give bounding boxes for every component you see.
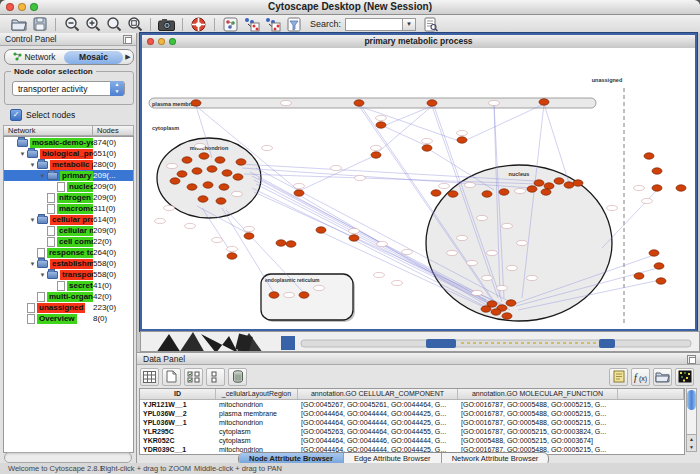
network-tree-item[interactable]: nucleobase-209(0) [4, 181, 133, 192]
network-tree-item[interactable]: multi-organism pro42(0) [4, 291, 133, 302]
network-tree-item[interactable]: ▼biological_process651(0) [4, 148, 133, 159]
table-scrollbar-thumb[interactable] [687, 390, 696, 410]
table-row[interactable]: YPL036W__2plasma membrane[GO:0044464, GO… [140, 409, 684, 418]
graph-node[interactable] [634, 273, 644, 279]
network-window-titlebar[interactable]: primary metabolic process [142, 35, 695, 49]
expand-arrow-icon[interactable]: ▼ [38, 272, 47, 278]
attribute-editor-icon[interactable] [609, 368, 628, 386]
network-tree-item[interactable]: ▼primary metabo209(... [4, 170, 133, 181]
search-input[interactable] [345, 18, 403, 31]
tabs-overflow-icon[interactable]: ▶ [123, 53, 133, 61]
graph-node[interactable] [215, 157, 225, 163]
network-tree-item[interactable]: ▼cellular process614(0) [4, 214, 133, 225]
graph-node[interactable] [422, 145, 432, 151]
table-row[interactable]: YPL036W__1mitochondrion[GO:0044464, GO:0… [140, 418, 684, 427]
graph-node[interactable] [649, 250, 659, 256]
network-tree-item[interactable]: secretion41(0) [4, 280, 133, 291]
filter-icon[interactable] [283, 16, 304, 33]
graph-node[interactable] [354, 100, 364, 106]
graph-node[interactable] [656, 278, 666, 284]
graph-node[interactable] [207, 166, 217, 172]
graph-node[interactable] [170, 178, 180, 184]
graph-node[interactable] [482, 191, 492, 197]
network-tree-item[interactable]: unassigned223(0) [4, 302, 133, 313]
graph-node[interactable] [502, 313, 512, 319]
graph-node[interactable] [294, 190, 304, 196]
float-data-panel-icon[interactable] [687, 355, 696, 364]
attribute-select-icon[interactable] [140, 368, 159, 386]
graph-node[interactable] [199, 153, 209, 159]
help-icon[interactable] [188, 16, 209, 33]
graph-node[interactable] [276, 240, 286, 246]
column-header[interactable]: annotation.GO CELLULAR_COMPONENT [298, 389, 458, 399]
graph-node[interactable] [539, 99, 549, 105]
function-builder-icon[interactable]: f(x) [631, 368, 650, 386]
graph-node[interactable] [203, 182, 213, 188]
graph-node[interactable] [316, 227, 326, 233]
graph-node[interactable] [198, 196, 208, 202]
graph-node[interactable] [652, 168, 662, 174]
graph-node[interactable] [491, 309, 501, 315]
tab-mosaic[interactable]: Mosaic [64, 51, 123, 64]
column-header[interactable]: _cellularLayoutRegion [216, 389, 298, 399]
graph-node[interactable] [219, 184, 229, 190]
table-row[interactable]: YJR121W__1mitochondrion[GO:0045267, GO:0… [140, 400, 684, 409]
graph-node[interactable] [573, 180, 583, 186]
graph-node[interactable] [654, 263, 664, 269]
create-network-view-icon[interactable] [241, 16, 262, 33]
delete-attribute-icon[interactable] [228, 368, 247, 386]
network-tree-item[interactable]: cellular metabo209(0) [4, 225, 133, 236]
zoom-in-icon[interactable] [82, 16, 103, 33]
graph-node[interactable] [233, 174, 243, 180]
graph-node[interactable] [499, 189, 509, 195]
table-scrollbar[interactable]: ▲▼ [686, 388, 697, 452]
graph-node[interactable] [371, 152, 381, 158]
tab-network[interactable]: Network [5, 51, 64, 64]
graph-node[interactable] [527, 186, 537, 192]
node-color-dropdown[interactable]: transporter activity ▲▼ [12, 81, 125, 96]
select-nodes-checkbox[interactable]: ✓ [10, 109, 22, 121]
vizmapper-icon[interactable] [220, 16, 241, 33]
graph-node[interactable] [481, 306, 491, 312]
tree-header-network[interactable]: Network [3, 125, 92, 136]
graph-node[interactable] [427, 100, 437, 106]
table-row[interactable]: YLR295Ccytoplasm[GO:0045263, GO:0044464,… [140, 427, 684, 436]
save-session-icon[interactable] [29, 16, 50, 33]
graph-node[interactable] [564, 182, 574, 188]
expand-arrow-icon[interactable]: ▼ [28, 217, 37, 223]
create-attribute-icon[interactable] [162, 368, 181, 386]
destroy-network-view-icon[interactable] [262, 16, 283, 33]
float-panel-icon[interactable] [123, 35, 132, 44]
advanced-search-icon[interactable] [420, 16, 441, 33]
expand-arrow-icon[interactable]: ▼ [28, 261, 37, 267]
graph-node[interactable] [177, 171, 187, 177]
graph-node[interactable] [544, 183, 554, 189]
select-attributes-icon[interactable] [184, 368, 203, 386]
column-header[interactable]: annotation.GO MOLECULAR_FUNCTION [458, 389, 618, 399]
graph-node[interactable] [286, 241, 296, 247]
network-tree-item[interactable]: mosaic-demo-yeast874(0) [4, 137, 133, 148]
table-row[interactable]: YKR052Ccytoplasm[GO:0044464, GO:0044446,… [140, 436, 684, 445]
graph-node[interactable] [448, 191, 458, 197]
open-session-icon[interactable] [8, 16, 29, 33]
graph-node[interactable] [244, 233, 254, 239]
graph-node[interactable] [182, 157, 192, 163]
graph-node[interactable] [227, 253, 237, 259]
graph-node[interactable] [506, 300, 516, 306]
graph-node[interactable] [187, 184, 197, 190]
graph-node[interactable] [349, 235, 359, 241]
column-header[interactable]: ID [140, 389, 216, 399]
matrix-view-icon[interactable] [675, 368, 694, 386]
graph-node[interactable] [457, 137, 467, 143]
graph-node[interactable] [191, 100, 201, 106]
tree-header-nodes[interactable]: Nodes [92, 125, 134, 136]
graph-node[interactable] [541, 189, 551, 195]
graph-node[interactable] [554, 178, 564, 184]
network-tree-item[interactable]: nitrogen compo209(0) [4, 192, 133, 203]
graph-node[interactable] [236, 159, 246, 165]
graph-node[interactable] [644, 153, 654, 159]
network-canvas[interactable]: plasma membrane cytoplasm mitochondrion … [142, 48, 695, 329]
zoom-fit-icon[interactable] [124, 16, 145, 33]
graph-node[interactable] [376, 122, 386, 128]
network-tree-item[interactable]: ▼metabolic process280(0) [4, 159, 133, 170]
